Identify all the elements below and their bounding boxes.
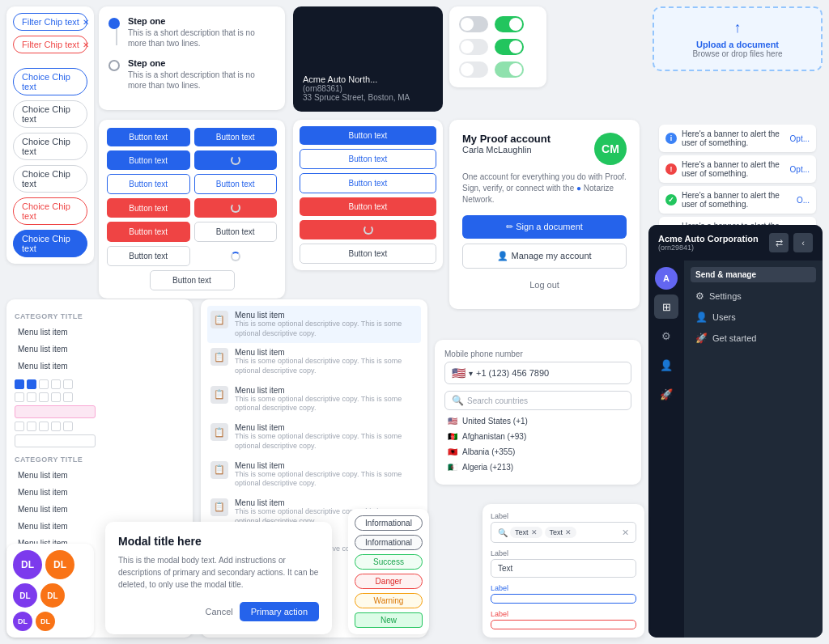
menu-item-2-2[interactable]: Menu list item	[15, 484, 185, 501]
toggle-1[interactable]	[459, 16, 488, 32]
field-2-input[interactable]: Text	[491, 559, 636, 578]
sidebar-nav-settings[interactable]: ⚙	[654, 324, 678, 348]
step-2-title: Step one	[128, 58, 275, 68]
choice-chip-4[interactable]: Choice Chip text	[13, 165, 87, 193]
country-dz[interactable]: 🇩🇿 Algeria (+213)	[444, 460, 631, 475]
menu-icon-item-3[interactable]: 📋 Menu list item This is some optional d…	[207, 381, 421, 418]
filter-chip-2-close[interactable]: ✕	[83, 40, 89, 49]
btn-blue-1[interactable]: Button text	[107, 128, 190, 146]
filter-chip-1-close[interactable]: ✕	[83, 18, 89, 27]
modal-cancel-button[interactable]: Cancel	[205, 602, 232, 621]
tag-1-close[interactable]: ✕	[531, 528, 538, 536]
choice-chip-1[interactable]: Choice Chip text	[13, 68, 87, 95]
phone-input[interactable]: 🇺🇸 ▾ +1 (123) 456 7890	[444, 362, 631, 384]
sidebar-nav-rocket[interactable]: 🚀	[654, 382, 678, 406]
choice-chip-3[interactable]: Choice Chip text	[13, 133, 87, 160]
btn-loading-1[interactable]	[194, 150, 278, 170]
sidebar-settings-item[interactable]: ⚙ Settings	[691, 286, 816, 307]
banner-info-link[interactable]: Opt...	[790, 134, 810, 143]
banner-success-link[interactable]: O...	[797, 196, 810, 205]
menu-icon-item-4-title: Menu list item	[235, 423, 418, 432]
btn-col-outline-1[interactable]: Button text	[300, 149, 436, 169]
btn-col-red-1[interactable]: Button text	[300, 197, 436, 216]
banner-success: ✓ Here's a banner to alert the user of s…	[659, 186, 816, 214]
btn-blue-3[interactable]: Button text	[107, 150, 190, 170]
country-us[interactable]: 🇺🇸 United States (+1)	[444, 413, 631, 429]
tag-chip-1[interactable]: Text ✕	[510, 527, 542, 538]
phone-label: Mobile phone number	[444, 350, 631, 358]
filter-chip-1[interactable]: Filter Chip text ✕	[13, 13, 87, 31]
menu-item-2-1[interactable]: Menu list item	[15, 467, 185, 484]
step-2-desc: This is a short description that is no m…	[128, 70, 275, 91]
menu-icon-item-1-desc: This is some optional descriptive copy. …	[235, 320, 418, 338]
sidebar-users-item[interactable]: 👤 Users	[691, 307, 816, 328]
field-1-clear[interactable]: ✕	[622, 527, 629, 538]
field-4-input[interactable]	[491, 620, 636, 629]
manage-account-button[interactable]: 👤 Manage my account	[462, 244, 627, 269]
btn-col-loading[interactable]	[300, 220, 436, 239]
btn-outline-2[interactable]: Button text	[194, 174, 278, 194]
toggle-4[interactable]	[495, 39, 524, 55]
toggle-5[interactable]	[459, 61, 488, 78]
btn-white-3[interactable]: Button text	[150, 270, 235, 290]
network-text: Network.	[462, 195, 494, 204]
btn-white-2[interactable]: Button text	[107, 246, 190, 266]
banner-error-link[interactable]: Opt...	[790, 165, 810, 174]
sidebar-user-avatar[interactable]: A	[655, 267, 678, 290]
btn-col-white-1[interactable]: Button text	[300, 244, 436, 264]
user-icon: 👤	[497, 251, 511, 261]
menu-icon-item-1[interactable]: 📋 Menu list item This is some optional d…	[207, 306, 421, 343]
menu-item-1-2[interactable]: Menu list item	[15, 341, 185, 358]
sidebar-getstarted-item[interactable]: 🚀 Get started	[691, 328, 816, 349]
tag-chip-2[interactable]: Text ✕	[545, 527, 577, 538]
field-group-2: Label Text	[491, 549, 636, 578]
menu-icon-item-4[interactable]: 📋 Menu list item This is some optional d…	[207, 418, 421, 455]
sidebar-nav-users[interactable]: 👤	[654, 353, 678, 377]
sign-document-button[interactable]: ✏ Sign a document	[462, 215, 627, 239]
sidebar-collapse-icon[interactable]: ‹	[793, 233, 813, 252]
menu-icon-item-2-title: Menu list item	[235, 348, 418, 357]
btn-outline-1[interactable]: Button text	[107, 174, 190, 194]
us-flag: 🇺🇸	[448, 417, 457, 426]
avatar-row-1: DL DL	[13, 550, 87, 579]
sidebar-swap-icon[interactable]: ⇄	[769, 233, 789, 252]
country-search[interactable]: 🔍 Search countries	[444, 391, 631, 410]
btn-loading-2[interactable]	[194, 198, 278, 218]
upload-panel[interactable]: ↑ Upload a document Browse or drop files…	[653, 6, 823, 71]
tag-2-close[interactable]: ✕	[565, 528, 572, 536]
modal-primary-button[interactable]: Primary action	[240, 602, 319, 621]
choice-chip-5[interactable]: Choice Chip text	[13, 197, 87, 225]
btn-red-2[interactable]: Button text	[107, 222, 190, 242]
users-icon: 👤	[695, 311, 708, 323]
btn-col-blue-1[interactable]: Button text	[300, 126, 436, 145]
field-1-input[interactable]: 🔍 Text ✕ Text ✕ ✕	[491, 522, 636, 543]
modal-panel: Modal title here This is the modal body …	[105, 522, 332, 634]
avatar-dl-3: DL	[13, 583, 37, 608]
avatar-dl-4: DL	[40, 583, 65, 608]
menu-item-1-3[interactable]: Menu list item	[15, 358, 185, 375]
toggle-2[interactable]	[495, 16, 524, 32]
choice-chip-6[interactable]: Choice Chip text	[13, 230, 87, 257]
menu-icon-item-2[interactable]: 📋 Menu list item This is some optional d…	[207, 343, 421, 380]
dz-country-name: Algeria (+213)	[462, 463, 513, 472]
menu-item-1-1[interactable]: Menu list item	[15, 324, 185, 341]
country-al[interactable]: 🇦🇱 Albania (+355)	[444, 444, 631, 460]
field-2-label: Label	[491, 549, 636, 557]
menu-icon-item-5[interactable]: 📋 Menu list item This is some optional d…	[207, 456, 421, 494]
filter-chip-2[interactable]: Filter Chip text ✕	[13, 36, 87, 53]
btn-col-outline-2[interactable]: Button text	[300, 173, 436, 193]
toggle-6[interactable]	[495, 61, 524, 78]
logout-link[interactable]: Log out	[462, 273, 627, 296]
buttons-col-panel: Button text Button text Button text Butt…	[293, 120, 443, 270]
btn-blue-2[interactable]: Button text	[194, 128, 278, 146]
toggle-3[interactable]	[459, 39, 488, 55]
btn-red-1[interactable]: Button text	[107, 198, 190, 218]
sidebar-nav-dashboard[interactable]: ⊞	[654, 294, 678, 319]
btn-white-1[interactable]: Button text	[194, 222, 278, 242]
country-af[interactable]: 🇦🇫 Afghanistan (+93)	[444, 429, 631, 444]
af-flag: 🇦🇫	[448, 432, 457, 441]
field-3-input[interactable]	[491, 594, 636, 604]
menu-icon-item-4-desc: This is some optional descriptive copy. …	[235, 432, 418, 451]
choice-chip-2[interactable]: Choice Chip text	[13, 100, 87, 128]
menu-item-2-3[interactable]: Menu list item	[15, 501, 185, 518]
